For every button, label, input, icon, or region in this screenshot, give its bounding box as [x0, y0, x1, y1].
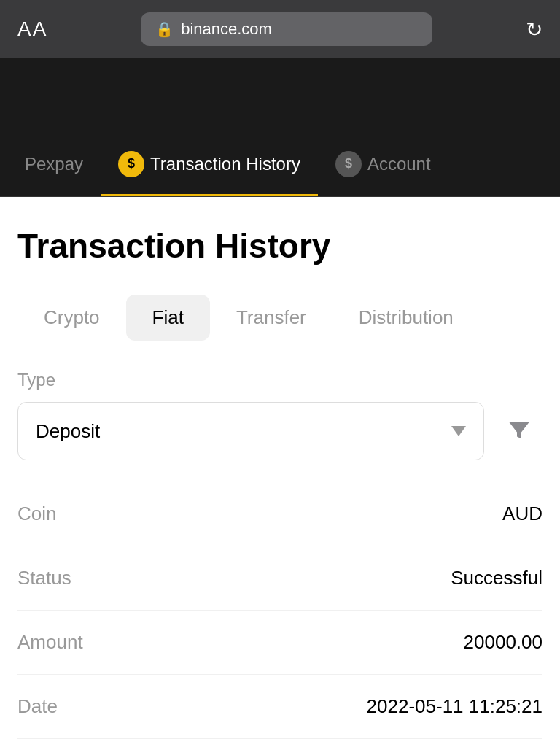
sub-tab-fiat[interactable]: Fiat: [126, 295, 210, 341]
url-text: binance.com: [181, 20, 272, 39]
tab-pexpay-label: Pexpay: [25, 154, 83, 174]
account-icon: $: [335, 151, 362, 177]
address-bar[interactable]: 🔒 binance.com: [141, 12, 432, 46]
transaction-detail-rows: Coin AUD Status Successful Amount 20000.…: [18, 482, 542, 747]
tab-transaction-history[interactable]: $ Transaction History: [101, 131, 318, 196]
detail-row-amount: Amount 20000.00: [18, 611, 542, 675]
top-nav-spacer: [0, 58, 560, 131]
detail-key-status: Status: [18, 567, 71, 589]
lock-icon: 🔒: [155, 20, 174, 38]
detail-row-status: Status Successful: [18, 546, 542, 611]
tab-account-label: Account: [368, 154, 431, 174]
transaction-history-icon: $: [118, 151, 144, 177]
sub-tab-transfer[interactable]: Transfer: [210, 295, 332, 341]
detail-value-amount: 20000.00: [464, 631, 542, 654]
type-select[interactable]: Deposit: [18, 402, 484, 460]
filter-type-label: Type: [18, 370, 542, 390]
filter-row: Deposit: [18, 402, 542, 460]
chevron-down-icon: [451, 426, 466, 436]
sub-tab-nav: Crypto Fiat Transfer Distribution: [18, 295, 542, 341]
page-title: Transaction History: [18, 226, 542, 266]
tab-pexpay[interactable]: Pexpay: [7, 131, 101, 196]
type-select-value: Deposit: [36, 420, 100, 443]
sub-tab-crypto[interactable]: Crypto: [18, 295, 126, 341]
filter-button[interactable]: [496, 408, 542, 454]
detail-row-date: Date 2022-05-11 11:25:21: [18, 675, 542, 739]
browser-chrome-bar: AA 🔒 binance.com ↻: [0, 0, 560, 58]
detail-value-date: 2022-05-11 11:25:21: [367, 695, 542, 718]
main-tab-nav: Pexpay $ Transaction History $ Account: [0, 131, 560, 197]
tab-account[interactable]: $ Account: [318, 131, 448, 196]
detail-key-amount: Amount: [18, 631, 83, 654]
font-size-control[interactable]: AA: [18, 18, 47, 41]
detail-value-status: Successful: [451, 567, 542, 589]
main-content: Transaction History Crypto Fiat Transfer…: [0, 197, 560, 747]
tab-transaction-history-label: Transaction History: [150, 154, 300, 174]
detail-row-coin: Coin AUD: [18, 482, 542, 546]
detail-key-coin: Coin: [18, 503, 56, 525]
detail-row-payment-method: Payment Method PayID/Ost...: [18, 739, 542, 747]
sub-tab-distribution[interactable]: Distribution: [332, 295, 480, 341]
detail-value-coin: AUD: [502, 503, 542, 525]
refresh-button[interactable]: ↻: [526, 18, 542, 42]
filter-funnel-icon: [506, 418, 532, 444]
filter-section: Type Deposit: [18, 370, 542, 460]
detail-key-date: Date: [18, 695, 58, 718]
